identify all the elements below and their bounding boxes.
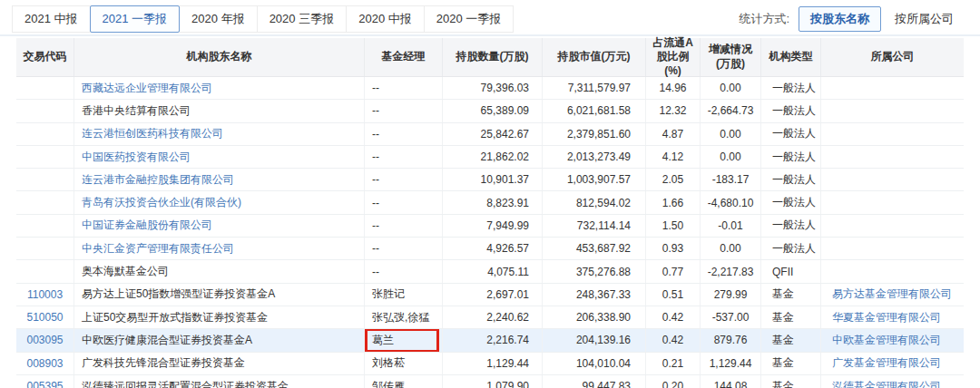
cell-holding-quantity: 2,240.62: [443, 306, 543, 328]
fund-manager-name: --: [372, 266, 379, 278]
shareholder-name: 泓德臻远回报灵活配置混合型证券投资基金: [82, 379, 289, 388]
table-row: 青岛有沃投资合伙企业(有限合伙)--8,823.91812,594.021.66…: [16, 191, 964, 214]
cell-holding-market-value: 104,010.04: [543, 353, 646, 374]
cell-trade-code[interactable]: 005395: [16, 375, 74, 388]
fund-manager-name: 刘格菘: [372, 355, 405, 371]
table-row: 110003易方达上证50指数增强型证券投资基金A张胜记2,697.01248,…: [16, 284, 964, 306]
cell-fund-manager: 张弘弢,徐猛: [365, 306, 443, 328]
fund-manager-name: --: [372, 150, 379, 163]
report-period-tab[interactable]: 2020 一季报: [424, 5, 514, 33]
cell-institution-type: 一般法人: [761, 169, 821, 190]
table-row: 005395泓德臻远回报灵活配置混合型证券投资基金邹传雁1,079.9099,4…: [16, 375, 964, 388]
trade-code-link[interactable]: 003095: [26, 334, 63, 346]
parent-company-link[interactable]: 易方达基金管理有限公司: [832, 286, 952, 302]
parent-company-link[interactable]: 华夏基金管理有限公司: [832, 310, 941, 325]
report-period-tab[interactable]: 2020 年报: [179, 5, 258, 33]
cell-institution-type: 基金: [761, 306, 821, 328]
shareholder-name-link[interactable]: 青岛有沃投资合伙企业(有限合伙): [82, 195, 241, 210]
fund-manager-name: --: [372, 104, 379, 117]
stats-mode-option[interactable]: 按所属公司: [883, 6, 965, 32]
report-period-tab[interactable]: 2020 三季报: [257, 5, 348, 33]
cell-shareholder-name: 连云港恒创医药科技有限公司: [74, 123, 365, 145]
cell-float-a-share-ratio: 4.87: [646, 123, 701, 145]
cell-fund-manager: --: [365, 77, 443, 99]
shareholder-name-link[interactable]: 连云港市金融控股集团有限公司: [82, 172, 234, 188]
cell-change-amount: -0.01: [701, 215, 761, 237]
cell-institution-type: 一般法人: [761, 238, 821, 259]
column-header: 所属公司: [821, 38, 964, 76]
cell-shareholder-name: 广发科技先锋混合型证券投资基金: [74, 353, 365, 374]
shareholder-name-link[interactable]: 中央汇金资产管理有限责任公司: [82, 241, 234, 257]
table-row: 003095中欧医疗健康混合型证券投资基金A葛兰2,216.74204,139.…: [16, 329, 964, 352]
cell-float-a-share-ratio: 4.12: [646, 146, 701, 168]
cell-float-a-share-ratio: 0.93: [646, 238, 701, 259]
cell-institution-type: QFII: [761, 260, 821, 282]
cell-institution-type: 一般法人: [761, 77, 821, 99]
fund-manager-name: 张弘弢,徐猛: [372, 310, 429, 325]
fund-manager-name: 葛兰: [372, 333, 394, 348]
table-row: 奥本海默基金公司--4,075.11375,276.880.77-2,217.8…: [16, 260, 964, 283]
column-header: 机构股东名称: [74, 38, 365, 76]
trade-code-link[interactable]: 510050: [26, 311, 63, 324]
shareholder-name-link[interactable]: 西藏达远企业管理有限公司: [82, 81, 212, 96]
cell-change-amount: 0.00: [701, 77, 761, 99]
parent-company-link[interactable]: 泓德基金管理有限公司: [832, 379, 941, 388]
cell-institution-type: 一般法人: [761, 100, 821, 121]
cell-parent-company: [821, 123, 964, 145]
cell-holding-quantity: 7,949.99: [443, 215, 543, 237]
cell-float-a-share-ratio: 1.50: [646, 215, 701, 237]
table-row: 008903广发科技先锋混合型证券投资基金刘格菘1,129.44104,010.…: [16, 353, 964, 375]
cell-trade-code[interactable]: 008903: [16, 353, 74, 374]
table-row: 西藏达远企业管理有限公司--79,396.037,311,579.9714.96…: [16, 77, 964, 100]
report-period-tabs: 2021 中报2021 一季报2020 年报2020 三季报2020 中报202…: [13, 5, 514, 33]
cell-institution-type: 基金: [761, 329, 821, 351]
cell-trade-code: [16, 191, 74, 213]
fund-manager-name: --: [372, 219, 379, 232]
cell-parent-company: [821, 191, 964, 213]
cell-float-a-share-ratio: 0.51: [646, 284, 701, 306]
cell-trade-code[interactable]: 003095: [16, 329, 74, 351]
cell-parent-company: 泓德基金管理有限公司: [821, 375, 964, 388]
cell-institution-type: 基金: [761, 284, 821, 306]
cell-fund-manager: 刘格菘: [365, 353, 443, 374]
cell-parent-company: [821, 215, 964, 237]
cell-holding-market-value: 2,013,273.49: [543, 146, 646, 168]
cell-holding-quantity: 2,697.01: [443, 284, 543, 306]
column-header: 持股数量(万股): [443, 38, 543, 76]
shareholder-name: 广发科技先锋混合型证券投资基金: [82, 355, 245, 371]
report-period-tab[interactable]: 2021 中报: [12, 5, 91, 33]
report-period-tab[interactable]: 2021 一季报: [90, 5, 181, 33]
column-header: 基金经理: [365, 38, 443, 76]
cell-trade-code: [16, 77, 74, 99]
cell-trade-code: [16, 123, 74, 145]
parent-company-link[interactable]: 广发基金管理有限公司: [832, 355, 941, 371]
shareholder-name: 香港中央结算有限公司: [82, 103, 191, 119]
cell-fund-manager: 张胜记: [365, 284, 443, 306]
cell-holding-quantity: 65,389.09: [443, 100, 543, 121]
stats-mode-option[interactable]: 按股东名称: [799, 6, 881, 32]
table-row: 中国证券金融股份有限公司--7,949.99732,114.141.50-0.0…: [16, 215, 964, 238]
shareholders-table: 交易代码机构股东名称基金经理持股数量(万股)持股市值(万元)占流通A股比例(%)…: [16, 38, 964, 388]
report-period-tab[interactable]: 2020 中报: [346, 5, 425, 33]
trade-code-link[interactable]: 008903: [26, 357, 63, 370]
cell-institution-type: 一般法人: [761, 123, 821, 145]
cell-trade-code[interactable]: 510050: [16, 306, 74, 328]
cell-float-a-share-ratio: 0.42: [646, 329, 701, 351]
cell-trade-code[interactable]: 110003: [16, 284, 74, 306]
shareholder-name-link[interactable]: 中国医药投资有限公司: [82, 150, 191, 165]
cell-institution-type: 一般法人: [761, 215, 821, 237]
cell-change-amount: 879.76: [701, 329, 761, 351]
fund-manager-name: --: [372, 197, 379, 209]
cell-float-a-share-ratio: 0.42: [646, 306, 701, 328]
shareholder-name-link[interactable]: 连云港恒创医药科技有限公司: [82, 126, 223, 141]
shareholder-name-link[interactable]: 中国证券金融股份有限公司: [82, 218, 212, 233]
cell-float-a-share-ratio: 2.05: [646, 169, 701, 190]
trade-code-link[interactable]: 005395: [26, 380, 63, 388]
cell-parent-company: [821, 260, 964, 282]
parent-company-link[interactable]: 中欧基金管理有限公司: [832, 333, 941, 348]
trade-code-link[interactable]: 110003: [27, 288, 63, 301]
cell-parent-company: [821, 77, 964, 99]
cell-shareholder-name: 中国证券金融股份有限公司: [74, 215, 365, 237]
fund-manager-name: 邹传雁: [372, 379, 405, 388]
cell-float-a-share-ratio: 0.77: [646, 260, 701, 282]
